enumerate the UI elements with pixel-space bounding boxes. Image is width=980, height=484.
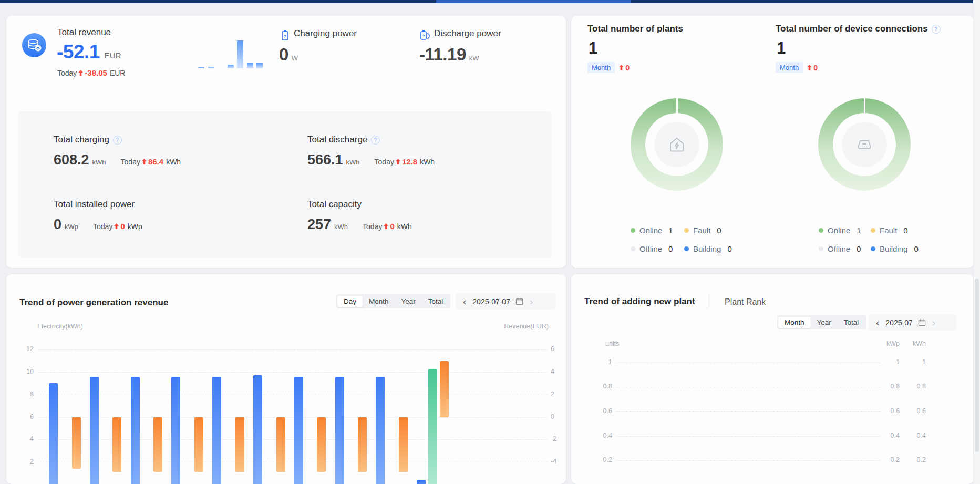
stat-unit: kWh — [334, 223, 348, 231]
revenue-bar — [440, 361, 449, 417]
gridline — [616, 460, 880, 461]
stat-today-label: Today — [363, 222, 382, 231]
units-axis-tick: 0.4 — [587, 432, 612, 439]
stat-today-value: 0 — [390, 222, 394, 231]
plants-status-donut — [631, 98, 723, 191]
donut-center — [842, 122, 887, 167]
charge-bar — [253, 375, 262, 484]
donut-center — [654, 122, 699, 167]
total-revenue-label: Total revenue — [57, 27, 111, 38]
right-axis-tick: -4 — [551, 458, 556, 465]
stat-today-label: Today — [93, 222, 112, 231]
stat-label: Total discharge — [307, 135, 367, 145]
stat-unit: kWh — [346, 158, 360, 166]
discharge-power-unit: kW — [469, 54, 479, 62]
stat-today-unit: kWh — [166, 158, 181, 166]
stat-today-value: 0 — [120, 222, 125, 231]
legend-value: 0 — [717, 226, 721, 235]
legend-offline[interactable]: Offline 0 — [819, 244, 861, 253]
plants-value: 1 — [589, 39, 597, 58]
legend-value: 0 — [903, 226, 907, 235]
help-icon[interactable]: ? — [371, 136, 380, 145]
left-axis-tick: 8 — [14, 390, 34, 398]
units-axis-tick: 0.8 — [587, 383, 612, 390]
device-box-icon — [854, 134, 875, 155]
charge-bar — [49, 383, 58, 484]
donut-segment-gap — [864, 98, 865, 114]
legend-fault[interactable]: Fault 0 — [871, 226, 908, 235]
up-arrow-icon — [114, 223, 119, 229]
left-axis-tick: 4 — [14, 435, 34, 442]
plants-month-delta: 0 — [625, 64, 630, 72]
gridline — [37, 372, 548, 373]
stat-total-charging: Total charging? 608.2 kWh Today 86.4 kWh — [54, 135, 181, 168]
stat-value: 566.1 — [307, 152, 343, 168]
stat-today-unit: kWh — [420, 158, 435, 166]
revenue-today-value: -38.05 — [85, 68, 107, 77]
online-dot — [819, 228, 823, 233]
gridline — [37, 395, 548, 395]
browser-progress-bar — [0, 0, 980, 3]
legend-value: 0 — [914, 244, 918, 253]
revenue-bar — [399, 417, 408, 472]
charge-bar — [212, 377, 221, 484]
kwp-axis-tick: 0.6 — [876, 407, 900, 415]
charge-bar — [376, 377, 385, 484]
left-axis-tick: 6 — [14, 413, 34, 420]
help-icon[interactable]: ? — [932, 25, 941, 34]
stat-today-unit: kWp — [128, 222, 142, 231]
discharge-power-label: Discharge power — [434, 28, 501, 39]
legend-value: 1 — [857, 226, 861, 235]
online-dot — [631, 228, 635, 233]
kwh-axis-tick: 1 — [903, 358, 926, 366]
stat-value: 608.2 — [54, 152, 89, 168]
legend-online[interactable]: Online 1 — [819, 226, 861, 235]
revenue-bar — [72, 417, 81, 469]
charge-bar — [335, 377, 344, 484]
legend-offline[interactable]: Offline 0 — [631, 244, 673, 253]
legend-value: 1 — [668, 226, 673, 235]
stat-unit: kWh — [92, 158, 106, 166]
sparkline-bar — [208, 67, 214, 68]
sparkline-bar — [256, 63, 263, 68]
devices-month-delta: 0 — [813, 64, 818, 72]
right-axis-tick: 6 — [551, 345, 554, 353]
right-axis-tick: 0 — [551, 413, 554, 420]
kwp-axis-tick: 0.4 — [876, 432, 900, 439]
total-revenue-unit: EUR — [105, 51, 121, 60]
page-scrollbar-thumb[interactable] — [975, 279, 979, 452]
offline-dot — [631, 246, 635, 251]
charging-power-label: Charging power — [294, 28, 357, 39]
devices-title: Total number of device connections — [776, 24, 928, 34]
charge-bar — [171, 377, 180, 484]
revenue-bar — [358, 417, 367, 472]
charging-power-unit: W — [292, 54, 298, 62]
legend-value: 0 — [668, 244, 673, 253]
left-axis-tick: 12 — [14, 345, 34, 353]
plant-house-icon — [667, 135, 687, 155]
page-scrollbar-track[interactable] — [973, 0, 980, 484]
right-axis-tick: 2 — [551, 390, 554, 398]
kwh-axis-tick: 0.8 — [903, 383, 926, 390]
overview-card: Total revenue -52.1 EUR Today -38.05 EUR… — [6, 16, 566, 268]
units-axis-tick: 1 — [587, 358, 612, 366]
charge-bar — [90, 377, 99, 484]
legend-building[interactable]: Building 0 — [871, 244, 919, 253]
legend-fault[interactable]: Fault 0 — [684, 226, 721, 235]
kwp-axis-tick: 1 — [876, 358, 900, 366]
up-arrow-icon — [384, 223, 388, 229]
revenue-bar — [194, 417, 203, 472]
total-revenue-value: -52.1 — [57, 41, 100, 63]
stat-label: Total installed power — [54, 199, 135, 210]
legend-online[interactable]: Online 1 — [631, 226, 673, 235]
discharge-power-value: -11.19 — [419, 45, 466, 65]
help-icon[interactable]: ? — [113, 136, 122, 145]
gridline — [616, 436, 880, 437]
gridline — [37, 349, 548, 350]
stat-today-value: 86.4 — [148, 157, 163, 166]
legend-label: Offline — [639, 244, 662, 253]
legend-value: 0 — [857, 244, 861, 253]
stat-today-value: 12.8 — [402, 157, 417, 166]
stat-total-installed-power: Total installed power 0 kWp Today 0 kWp — [54, 199, 142, 233]
legend-building[interactable]: Building 0 — [684, 244, 732, 253]
